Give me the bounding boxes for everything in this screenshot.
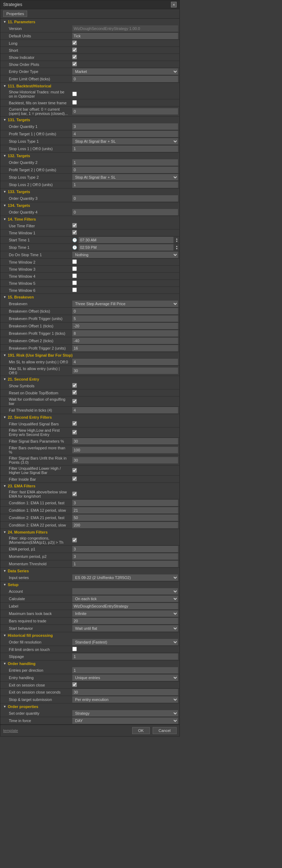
value-show_order_plots[interactable] [71, 61, 179, 67]
checkbox-exit_on_close[interactable] [72, 682, 77, 687]
select-calculate[interactable]: On each tickOn bar close [72, 596, 178, 602]
value-breakeven_offset_ticks[interactable] [71, 308, 179, 315]
value-do_on_stop_time1[interactable]: NothingFlattenStop [71, 251, 179, 258]
input-order_qty1[interactable] [72, 123, 178, 130]
value-filter_bars_overlapped[interactable] [71, 447, 179, 454]
checkbox-time_window4[interactable] [72, 273, 77, 278]
input-exit_on_close_seconds[interactable] [72, 689, 178, 695]
checkbox-backtest_fills[interactable] [72, 100, 77, 105]
checkbox-short[interactable] [72, 48, 77, 52]
value-filter_unqualified_lower[interactable] [71, 468, 179, 474]
section-header-s111[interactable]: ▼111. Backtest/Historical [0, 83, 179, 89]
section-header-s23[interactable]: ▼23. EMA Filters [0, 483, 179, 489]
value-cond1_ema12_slow[interactable] [71, 507, 179, 514]
input-breakeven_offset2_ticks[interactable] [72, 338, 178, 344]
value-enter_limit_offset[interactable] [71, 75, 179, 82]
input-order_qty2[interactable] [72, 159, 178, 166]
value-use_time_filter[interactable] [71, 223, 179, 229]
value-wait_confirmation[interactable] [71, 399, 179, 405]
input-cond1_ema12_slow[interactable] [72, 507, 178, 513]
value-show_indicator[interactable] [71, 54, 179, 60]
input-momentum_threshold[interactable] [72, 561, 178, 567]
select-time_in_force[interactable]: DAYGTC [72, 718, 178, 724]
checkbox-filter_inside_bar[interactable] [72, 476, 77, 481]
input-cond2_ema22_slow[interactable] [72, 522, 178, 528]
value-exit_on_close[interactable] [71, 682, 179, 688]
select-entry_handling[interactable]: Unique entriesAllow multiple [72, 675, 178, 681]
checkbox-reset_double_top[interactable] [72, 390, 77, 395]
input-label[interactable] [72, 603, 178, 609]
value-long[interactable] [71, 40, 179, 46]
checkbox-time_window2[interactable] [72, 259, 77, 264]
section-header-setup[interactable]: ▼Setup [0, 581, 179, 588]
value-entry_handling[interactable]: Unique entriesAllow multiple [71, 674, 179, 681]
section-header-s24[interactable]: ▼24. Momentum Filters [0, 529, 179, 535]
input-stop_loss2[interactable] [72, 181, 178, 188]
input-order_qty4[interactable] [72, 209, 178, 215]
value-time_window5[interactable] [71, 280, 179, 286]
checkbox-long[interactable] [72, 41, 77, 45]
value-order_qty2[interactable] [71, 159, 179, 166]
input-min_sl[interactable] [72, 359, 178, 365]
input-cond1_ema11_fast[interactable] [72, 500, 178, 506]
value-filter_signal_bars_pct[interactable] [71, 438, 179, 445]
section-header-s15[interactable]: ▼15. Breakeven [0, 294, 179, 300]
input-filter_signal_bars_risk[interactable] [72, 457, 178, 463]
input-stop_loss1[interactable] [72, 146, 178, 152]
input-max_sl[interactable] [72, 368, 178, 374]
value-time_window4[interactable] [71, 273, 179, 279]
checkbox-show_order_plots[interactable] [72, 62, 77, 66]
input-cond2_ema21_fast[interactable] [72, 515, 178, 521]
input-breakeven_profit_trigger1_ticks[interactable] [72, 330, 178, 337]
input-breakeven_offset1_ticks[interactable] [72, 323, 178, 329]
value-cond1_ema11_fast[interactable] [71, 499, 179, 506]
value-calculate[interactable]: On each tickOn bar close [71, 595, 179, 602]
value-short[interactable] [71, 47, 179, 53]
input-slippage[interactable] [72, 653, 178, 660]
select-stop_loss_type1[interactable]: Stop At Signal Bar + SLFixed [72, 138, 178, 144]
checkbox-use_time_filter[interactable] [72, 223, 77, 228]
checkbox-time_window3[interactable] [72, 266, 77, 271]
input-profit_target1[interactable] [72, 131, 178, 137]
value-ema_period_p1[interactable] [71, 546, 179, 553]
properties-tab[interactable]: Properties [3, 11, 27, 17]
value-show_symbols[interactable] [71, 383, 179, 389]
value-breakeven[interactable]: Three Step Average Fill PriceNoneFixed [71, 300, 179, 307]
value-historical_fill_resolution[interactable]: Standard (Fastest)High [71, 639, 179, 646]
value-time_window1[interactable] [71, 230, 179, 236]
section-header-s131[interactable]: ▼131. Targets [0, 117, 179, 123]
value-account[interactable] [71, 588, 179, 595]
section-header-s134[interactable]: ▼134. Targets [0, 202, 179, 209]
value-max_sl[interactable] [71, 367, 179, 374]
input-filter_bars_overlapped[interactable] [72, 447, 178, 453]
select-entry_order_type[interactable]: MarketLimit [72, 68, 178, 75]
value-stop_loss1[interactable] [71, 145, 179, 152]
cancel-button[interactable]: Cancel [153, 727, 177, 734]
checkbox-filter_unqualified_lower[interactable] [72, 468, 77, 473]
checkbox-filter_new_hl[interactable] [72, 430, 77, 435]
section-header-s191[interactable]: ▼191. Risk (Use Signal Bar For Stop) [0, 352, 179, 358]
value-set_order_qty[interactable]: StrategyFixed [71, 710, 179, 717]
section-header-historical[interactable]: ▼Historical fill processing [0, 632, 179, 639]
value-time_window2[interactable] [71, 259, 179, 265]
value-filter_momentum[interactable] [71, 537, 179, 543]
value-min_sl[interactable] [71, 358, 179, 365]
value-cond2_ema21_fast[interactable] [71, 514, 179, 521]
input-order_qty3[interactable] [72, 195, 178, 202]
select-account[interactable] [72, 588, 178, 595]
select-stop_target_submission[interactable]: Per entry executionPer bar [72, 696, 178, 703]
select-historical_fill_resolution[interactable]: Standard (Fastest)High [72, 639, 178, 645]
checkbox-fill_limit_on_touch[interactable] [72, 647, 77, 651]
value-fill_limit_on_touch[interactable] [71, 646, 179, 652]
value-time_in_force[interactable]: DAYGTC [71, 717, 179, 724]
value-stop_loss2[interactable] [71, 181, 179, 188]
value-exit_on_close_seconds[interactable] [71, 689, 179, 696]
ok-button[interactable]: OK [132, 727, 150, 734]
checkbox-time_window1[interactable] [72, 230, 77, 235]
value-breakeven_profit_trigger1[interactable] [71, 315, 179, 322]
value-stop_loss_type1[interactable]: Stop At Signal Bar + SLFixed [71, 138, 179, 145]
value-order_qty3[interactable] [71, 195, 179, 202]
close-button[interactable]: ✕ [171, 2, 177, 7]
template-link[interactable]: template [3, 728, 18, 733]
input-default_units[interactable] [72, 33, 178, 39]
